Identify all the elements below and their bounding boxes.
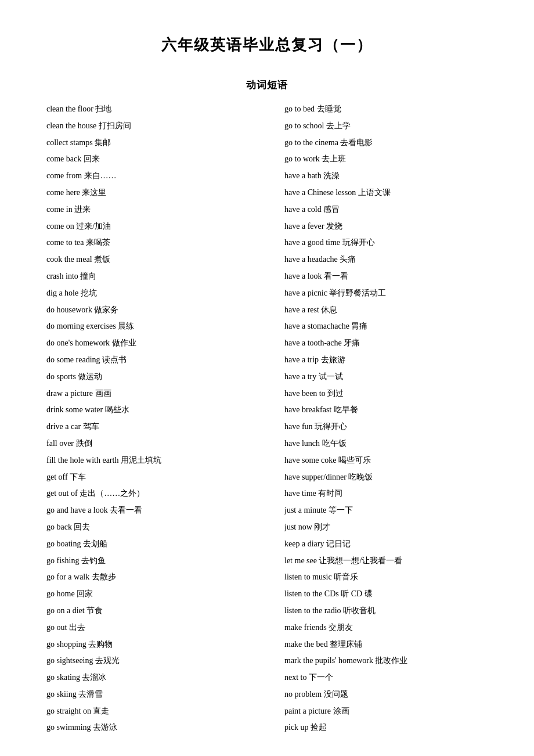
list-item: go skating 去溜冰	[46, 671, 250, 685]
list-item: just a minute 等一下	[284, 503, 488, 517]
list-item: do morning exercises 晨练	[46, 319, 250, 333]
list-item: make friends 交朋友	[284, 621, 488, 635]
list-item: have a trip 去旅游	[284, 353, 488, 367]
list-item: pick up 捡起	[284, 721, 488, 735]
list-item: have been to 到过	[284, 387, 488, 401]
section-title: 动词短语	[46, 78, 488, 92]
list-item: fall over 跌倒	[46, 437, 250, 451]
list-item: go on a diet 节食	[46, 604, 250, 618]
list-item: go to school 去上学	[284, 119, 488, 133]
list-item: collect stamps 集邮	[46, 136, 250, 150]
list-item: go to work 去上班	[284, 152, 488, 166]
list-item: have a try 试一试	[284, 370, 488, 384]
list-item: come from 来自……	[46, 169, 250, 183]
list-item: do housework 做家务	[46, 303, 250, 317]
list-item: have fun 玩得开心	[284, 420, 488, 434]
list-item: get off 下车	[46, 470, 250, 484]
list-item: fill the hole with earth 用泥土填坑	[46, 453, 250, 467]
list-item: go for a walk 去散步	[46, 570, 250, 584]
list-item: have lunch 吃午饭	[284, 437, 488, 451]
content-columns: clean the floor 扫地clean the house 打扫房间co…	[46, 102, 488, 735]
list-item: just now 刚才	[284, 520, 488, 534]
list-item: have a picnic 举行野餐活动工	[284, 286, 488, 300]
list-item: clean the house 打扫房间	[46, 119, 250, 133]
list-item: do one's homework 做作业	[46, 336, 250, 350]
list-item: go and have a look 去看一看	[46, 503, 250, 517]
list-item: go straight on 直走	[46, 704, 250, 718]
list-item: have a rest 休息	[284, 303, 488, 317]
list-item: drink some water 喝些水	[46, 403, 250, 417]
list-item: have supper/dinner 吃晚饭	[284, 470, 488, 484]
list-item: get out of 走出（……之外）	[46, 487, 250, 501]
list-item: have a headache 头痛	[284, 253, 488, 267]
list-item: clean the floor 扫地	[46, 102, 250, 116]
list-item: have a good time 玩得开心	[284, 236, 488, 250]
list-item: have a cold 感冒	[284, 203, 488, 217]
list-item: go sightseeing 去观光	[46, 654, 250, 668]
list-item: listen to the radio 听收音机	[284, 604, 488, 618]
list-item: crash into 撞向	[46, 269, 250, 283]
list-item: come in 进来	[46, 203, 250, 217]
list-item: drive a car 驾车	[46, 420, 250, 434]
list-item: come on 过来/加油	[46, 219, 250, 233]
list-item: have a bath 洗澡	[284, 169, 488, 183]
list-item: have a tooth-ache 牙痛	[284, 336, 488, 350]
page-title: 六年级英语毕业总复习（一）	[46, 35, 488, 55]
right-column: go to bed 去睡觉go to school 去上学go to the c…	[267, 102, 488, 735]
list-item: have a stomachache 胃痛	[284, 319, 488, 333]
list-item: go to the cinema 去看电影	[284, 136, 488, 150]
list-item: have a Chinese lesson 上语文课	[284, 186, 488, 200]
list-item: go home 回家	[46, 587, 250, 601]
list-item: no problem 没问题	[284, 687, 488, 701]
list-item: cook the meal 煮饭	[46, 253, 250, 267]
list-item: come here 来这里	[46, 186, 250, 200]
list-item: paint a picture 涂画	[284, 704, 488, 718]
left-column: clean the floor 扫地clean the house 打扫房间co…	[46, 102, 267, 735]
list-item: have a look 看一看	[284, 269, 488, 283]
list-item: listen to music 听音乐	[284, 570, 488, 584]
list-item: come to tea 来喝茶	[46, 236, 250, 250]
list-item: listen to the CDs 听 CD 碟	[284, 587, 488, 601]
list-item: next to 下一个	[284, 671, 488, 685]
list-item: go skiing 去滑雪	[46, 687, 250, 701]
list-item: go out 出去	[46, 621, 250, 635]
list-item: do sports 做运动	[46, 370, 250, 384]
list-item: make the bed 整理床铺	[284, 638, 488, 651]
list-item: go boating 去划船	[46, 537, 250, 551]
list-item: have time 有时间	[284, 487, 488, 501]
list-item: dig a hole 挖坑	[46, 286, 250, 300]
list-item: have some coke 喝些可乐	[284, 453, 488, 467]
list-item: go shopping 去购物	[46, 638, 250, 651]
list-item: draw a picture 画画	[46, 387, 250, 401]
list-item: go back 回去	[46, 520, 250, 534]
list-item: go to bed 去睡觉	[284, 102, 488, 116]
list-item: have a fever 发烧	[284, 219, 488, 233]
list-item: keep a diary 记日记	[284, 537, 488, 551]
list-item: go fishing 去钓鱼	[46, 554, 250, 568]
list-item: have breakfast 吃早餐	[284, 403, 488, 417]
list-item: do some reading 读点书	[46, 353, 250, 367]
list-item: go swimming 去游泳	[46, 721, 250, 735]
list-item: mark the pupils' homework 批改作业	[284, 654, 488, 668]
list-item: let me see 让我想一想/让我看一看	[284, 554, 488, 568]
list-item: come back 回来	[46, 152, 250, 166]
